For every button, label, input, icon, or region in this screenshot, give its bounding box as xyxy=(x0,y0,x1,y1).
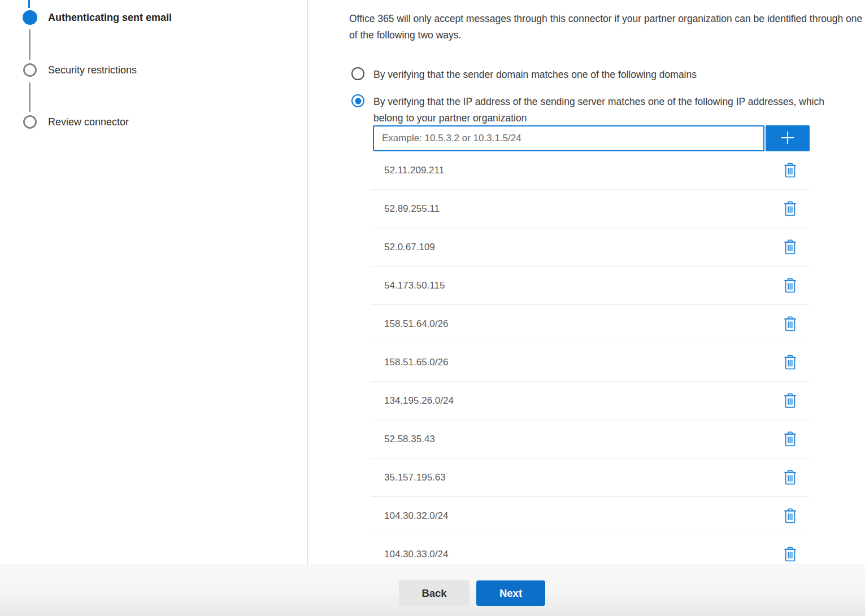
ip-row: 158.51.64.0/26 xyxy=(371,305,809,343)
step-authenticating-sent-email[interactable]: Authenticating sent email xyxy=(48,12,172,24)
ip-row: 158.51.65.0/26 xyxy=(371,343,809,382)
delete-ip-button[interactable] xyxy=(783,392,798,409)
ip-address-value: 35.157.195.63 xyxy=(384,472,446,483)
ip-row: 52.11.209.211 xyxy=(371,151,809,190)
step-security-restrictions[interactable]: Security restrictions xyxy=(48,64,137,76)
ip-list: 52.11.209.21152.89.255.1152.0.67.10954.1… xyxy=(371,151,809,565)
ip-row: 134.195.26.0/24 xyxy=(371,382,809,420)
ip-address-value: 104.30.33.0/24 xyxy=(384,549,448,560)
stepper-connector xyxy=(29,82,31,112)
wizard-footer: Back Next xyxy=(0,565,865,616)
stepper-connector-top xyxy=(28,0,30,8)
option-verify-domain[interactable]: By verifying that the sender domain matc… xyxy=(351,67,697,83)
ip-address-value: 158.51.64.0/26 xyxy=(384,318,448,330)
wizard-stepper: Authenticating sent email Security restr… xyxy=(0,0,308,565)
ip-row: 54.173.50.115 xyxy=(371,267,809,305)
trash-icon xyxy=(784,478,797,487)
ip-address-value: 52.0.67.109 xyxy=(384,242,435,253)
option-verify-ip-label[interactable]: By verifying that the IP address of the … xyxy=(373,94,840,126)
delete-ip-button[interactable] xyxy=(783,545,798,563)
trash-icon xyxy=(784,325,797,333)
delete-ip-button[interactable] xyxy=(783,238,798,256)
ip-address-value: 52.11.209.211 xyxy=(384,165,444,176)
ip-address-value: 158.51.65.0/26 xyxy=(384,357,448,368)
ip-address-value: 52.89.255.11 xyxy=(384,203,440,215)
plus-icon xyxy=(779,129,797,148)
option-verify-ip[interactable]: By verifying that the IP address of the … xyxy=(351,94,840,126)
ip-address-value: 54.173.50.115 xyxy=(384,280,445,291)
ip-row: 52.0.67.109 xyxy=(371,228,809,267)
trash-icon xyxy=(784,248,797,256)
delete-ip-button[interactable] xyxy=(783,315,798,333)
step-review-connector[interactable]: Review connector xyxy=(48,116,129,128)
delete-ip-button[interactable] xyxy=(783,200,798,217)
ip-address-value: 104.30.32.0/24 xyxy=(384,510,448,522)
ip-address-input[interactable] xyxy=(373,125,764,151)
delete-ip-button[interactable] xyxy=(783,507,798,525)
stepper-connector xyxy=(29,29,31,60)
trash-icon xyxy=(784,401,797,410)
next-button[interactable]: Next xyxy=(476,580,545,606)
option-verify-domain-label[interactable]: By verifying that the sender domain matc… xyxy=(373,67,697,83)
delete-ip-button[interactable] xyxy=(783,430,798,448)
ip-entry-row xyxy=(373,125,810,151)
trash-icon xyxy=(784,555,797,563)
trash-icon xyxy=(784,209,797,218)
trash-icon xyxy=(784,171,797,180)
ip-row: 52.89.255.11 xyxy=(371,190,809,228)
connector-wizard-content: Office 365 will only accept messages thr… xyxy=(349,0,865,565)
intro-text: Office 365 will only accept messages thr… xyxy=(349,11,864,43)
add-ip-button[interactable] xyxy=(766,125,810,151)
step-circle xyxy=(23,115,37,129)
delete-ip-button[interactable] xyxy=(783,277,798,294)
radio-unselected-icon[interactable] xyxy=(351,67,364,80)
trash-icon xyxy=(784,363,797,372)
delete-ip-button[interactable] xyxy=(783,353,798,371)
step-current-dot xyxy=(23,10,37,25)
trash-icon xyxy=(784,440,797,448)
delete-ip-button[interactable] xyxy=(783,469,798,486)
trash-icon xyxy=(784,286,797,295)
ip-address-value: 134.195.26.0/24 xyxy=(384,395,454,407)
delete-ip-button[interactable] xyxy=(783,161,798,179)
radio-selected-icon[interactable] xyxy=(351,94,364,107)
step-circle xyxy=(23,63,37,77)
back-button[interactable]: Back xyxy=(399,580,470,606)
ip-row: 52.58.35.43 xyxy=(371,420,809,458)
ip-row: 104.30.32.0/24 xyxy=(371,497,809,535)
ip-address-value: 52.58.35.43 xyxy=(384,434,435,445)
ip-row: 104.30.33.0/24 xyxy=(371,535,809,565)
ip-row: 35.157.195.63 xyxy=(371,458,809,497)
trash-icon xyxy=(784,517,797,525)
